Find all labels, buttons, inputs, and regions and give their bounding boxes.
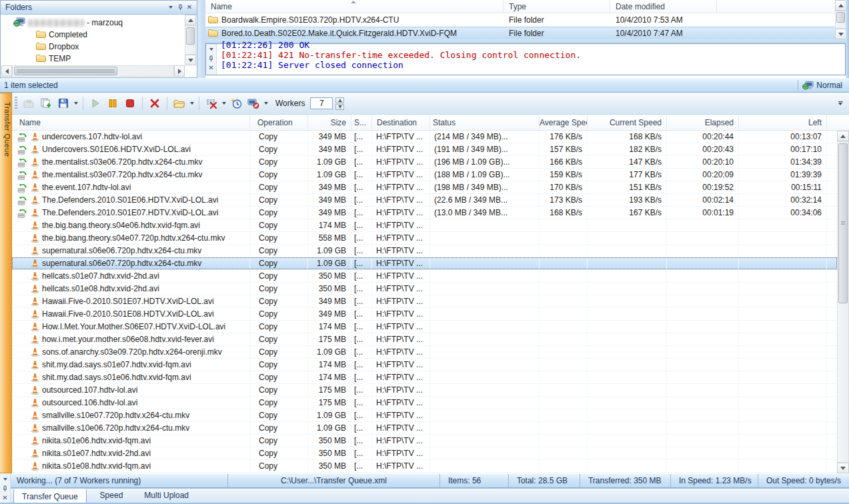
queue-row[interactable]: nikita.s01e07.hdtv.xvid-2hd.aviCopy350 M… (12, 447, 837, 460)
bottom-tab-multi-upload[interactable]: Multi Upload (136, 489, 197, 503)
column-header-date-modified[interactable]: Date modified (610, 0, 717, 13)
queue-row[interactable]: the.mentalist.s03e06.720p.hdtv.x264-ctu.… (12, 156, 837, 169)
queue-row[interactable]: shit.my.dad.says.s01e07.hdtv.xvid-fqm.av… (12, 359, 837, 371)
tree-item[interactable]: TEMP (1, 53, 185, 65)
scroll-left-button[interactable] (1, 65, 12, 77)
browse-folder-button[interactable] (171, 95, 187, 111)
toolbar-overflow-button[interactable] (836, 97, 845, 110)
folders-horizontal-scrollbar[interactable] (1, 65, 185, 77)
column-header-type[interactable]: Type (504, 0, 610, 13)
column-header-operation[interactable]: Operation (250, 115, 308, 131)
scroll-up-button[interactable] (835, 0, 846, 11)
column-header-left[interactable]: Left (739, 115, 827, 131)
queue-row[interactable]: outsourced.106.hdtv-lol.aviCopy175 MB[..… (12, 397, 837, 409)
remove-completed-button[interactable] (203, 95, 219, 111)
file-list-row[interactable]: Boardwalk.Empire.S01E03.720p.HDTV.x264-C… (205, 13, 846, 27)
queue-row[interactable]: nikita.s01e06.hdtv.xvid-fqm.aviCopy350 M… (12, 435, 837, 447)
bottom-close-button[interactable]: ✕ (1, 494, 10, 502)
folders-menu-button[interactable] (166, 3, 175, 11)
bottom-tab-speed[interactable]: Speed (92, 489, 131, 503)
queue-row[interactable]: the.big.bang.theory.s04e07.720p.hdtv.x26… (12, 232, 837, 245)
queue-row[interactable]: hellcats.s01e07.hdtv.xvid-2hd.aviCopy350… (12, 270, 837, 283)
queue-row[interactable]: smallville.s10e06.720p.hdtv.x264-ctu.mkv… (12, 422, 837, 435)
scroll-track[interactable] (185, 25, 196, 55)
queue-row[interactable]: the.big.bang.theory.s04e06.hdtv.xvid-fqm… (12, 219, 837, 232)
tree-item[interactable]: Dropbox (1, 41, 185, 53)
queue-row[interactable]: sons.of.anarchy.s03e09.720p.hdtv.x264-or… (12, 346, 837, 359)
delete-button[interactable] (147, 95, 163, 111)
speed-limit-dropdown[interactable] (263, 95, 269, 111)
column-header-current-speed[interactable]: Current Speed (588, 115, 667, 131)
column-header-status[interactable]: Status (430, 115, 540, 131)
column-header-destination[interactable]: Destination (372, 115, 430, 131)
column-header-name[interactable]: Name (12, 115, 250, 131)
browse-folder-dropdown[interactable] (189, 95, 195, 111)
remove-completed-dropdown[interactable] (221, 95, 227, 111)
spinner-down-button[interactable] (335, 104, 344, 110)
log-close-button[interactable]: ✕ (207, 64, 216, 72)
scroll-up-button[interactable] (185, 15, 196, 25)
spinner-up-button[interactable] (335, 97, 344, 103)
add-item-button[interactable] (38, 95, 54, 111)
column-header-name[interactable]: Name (205, 0, 504, 13)
queue-row[interactable]: The.Defenders.2010.S01E06.HDTV.XviD-LOL.… (12, 194, 837, 207)
bottom-tab-transfer-queue[interactable]: Transfer Queue (13, 489, 87, 503)
queue-row[interactable]: undercovers.107.hdtv-lol.aviCopy349 MB[.… (12, 131, 837, 143)
folders-vertical-scrollbar[interactable] (185, 15, 196, 65)
bottom-menu-button[interactable] (1, 475, 10, 483)
tree-item[interactable]: Completed (1, 29, 185, 41)
scroll-thumb[interactable] (14, 67, 117, 75)
schedule-button[interactable] (228, 95, 244, 111)
toolbar-grip[interactable] (15, 97, 17, 110)
scroll-up-button[interactable] (837, 131, 849, 141)
transfer-queue-side-tab[interactable]: Transfer Queue (0, 93, 12, 473)
tree-item[interactable]: - marzouq (1, 17, 185, 29)
vertical-splitter[interactable] (197, 0, 205, 78)
stop-button[interactable] (122, 95, 138, 111)
column-header-s[interactable]: S... (351, 115, 372, 131)
scroll-track[interactable] (837, 141, 849, 463)
pause-button[interactable] (105, 95, 121, 111)
queue-row[interactable]: The.Defenders.2010.S01E07.HDTV.XviD-LOL.… (12, 207, 837, 219)
transfer-mode-indicator[interactable]: Normal (802, 81, 849, 90)
scroll-thumb[interactable] (838, 143, 848, 303)
folders-pin-button[interactable] (175, 3, 185, 11)
bottom-pin-button[interactable] (1, 485, 10, 493)
scroll-thumb[interactable] (186, 27, 195, 45)
queue-row[interactable]: nikita.s01e08.hdtv.xvid-fqm.aviCopy350 M… (12, 460, 837, 473)
scroll-track[interactable] (12, 65, 174, 77)
queue-row[interactable]: supernatural.s06e07.720p.hdtv.x264-ctu.m… (12, 257, 837, 270)
workers-count-input[interactable]: 7 (310, 97, 333, 109)
queue-row[interactable]: smallville.s10e07.720p.hdtv.x264-ctu.mkv… (12, 409, 837, 422)
queue-vertical-scrollbar[interactable] (837, 131, 849, 473)
queue-row[interactable]: How.I.Met.Your.Mother.S06E07.HDTV.XviD-L… (12, 321, 837, 333)
save-queue-button[interactable] (55, 95, 71, 111)
queue-row[interactable]: Undercovers.S01E06.HDTV.XviD-LOL.aviCopy… (12, 143, 837, 156)
scroll-thumb[interactable] (836, 12, 845, 23)
file-list-row[interactable]: Bored.to.Death.S02E02.Make.it.Quick.Fitz… (205, 27, 846, 40)
scroll-right-button[interactable] (174, 65, 185, 77)
queue-row[interactable]: hellcats.s01e08.hdtv.xvid-2hd.aviCopy350… (12, 283, 837, 295)
start-button[interactable] (87, 95, 103, 111)
queue-row[interactable]: how.i.met.your.mother.s06e08.hdtv.xvid-f… (12, 333, 837, 346)
scroll-down-button[interactable] (835, 29, 846, 39)
queue-row[interactable]: the.mentalist.s03e07.720p.hdtv.x264-ctu.… (12, 169, 837, 181)
queue-row[interactable]: outsourced.107.hdtv-lol.aviCopy175 MB[..… (12, 384, 837, 397)
log-pin-button[interactable] (207, 55, 216, 63)
queue-row[interactable]: supernatural.s06e06.720p.hdtv.x264-ctu.m… (12, 245, 837, 257)
queue-row[interactable]: shit.my.dad.says.s01e06.hdtv.xvid-fqm.av… (12, 371, 837, 384)
queue-row[interactable]: Hawaii.Five-0.2010.S01E08.HDTV.XviD-LOL.… (12, 308, 837, 321)
folders-close-button[interactable]: ✕ (185, 3, 194, 11)
column-header-average-speed[interactable]: Average Speed (540, 115, 588, 131)
scroll-track[interactable] (835, 11, 846, 29)
scroll-down-button[interactable] (837, 463, 849, 473)
scroll-down-button[interactable] (185, 55, 196, 65)
queue-row[interactable]: the.event.107.hdtv-lol.aviCopy349 MB[...… (12, 181, 837, 194)
queue-row[interactable]: Hawaii.Five-0.2010.S01E07.HDTV.XviD-LOL.… (12, 295, 837, 308)
load-queue-button[interactable] (21, 95, 37, 111)
log-menu-button[interactable] (207, 45, 216, 53)
column-header-size[interactable]: Size (308, 115, 351, 131)
file-list-vertical-scrollbar[interactable] (835, 0, 846, 39)
column-header-elapsed[interactable]: Elapsed (667, 115, 739, 131)
save-queue-dropdown[interactable] (73, 95, 79, 111)
